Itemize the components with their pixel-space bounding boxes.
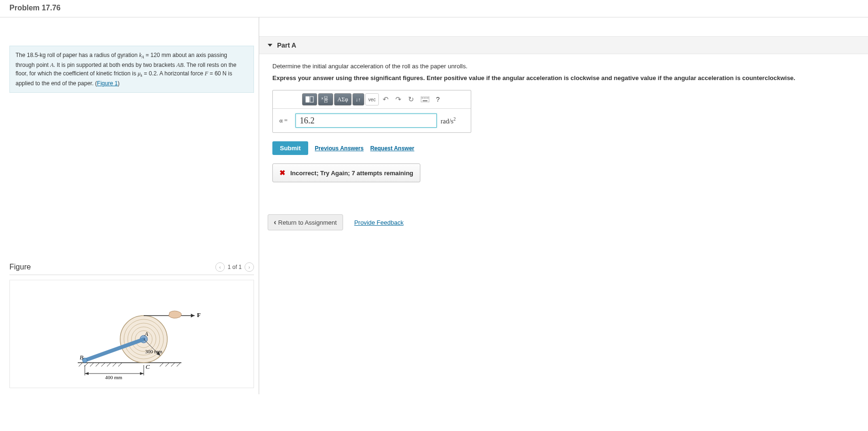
pager-prev-button[interactable]: ‹	[215, 262, 225, 272]
problem-title: Problem 17.76	[9, 4, 859, 12]
sym-F: F	[205, 70, 208, 77]
svg-line-8	[118, 363, 122, 366]
svg-marker-31	[140, 372, 144, 375]
part-header[interactable]: Part A	[259, 36, 868, 54]
fig-label-r: 300 mm	[145, 349, 163, 354]
ptxt6: )	[118, 80, 120, 87]
page-header: Problem 17.76	[0, 0, 868, 17]
svg-rect-33	[310, 97, 313, 102]
help-button[interactable]: ?	[433, 93, 442, 106]
svg-rect-43	[423, 100, 427, 101]
main-layout: The 18.5-kg roll of paper has a radius o…	[0, 17, 868, 394]
svg-rect-39	[422, 98, 423, 98]
svg-line-6	[107, 363, 111, 366]
svg-rect-38	[421, 97, 429, 102]
figure-body[interactable]: B C A F 300 mm 400 mm	[9, 280, 254, 388]
action-row: Submit Previous Answers Request Answer	[272, 141, 855, 155]
figure-title: Figure	[9, 263, 31, 271]
sym-muk: μk	[138, 70, 142, 77]
answer-toolbar: x ΑΣφ ↓↑ vec ↶ ↷ ↻ ?	[273, 90, 471, 109]
fraction-button[interactable]: x	[318, 93, 333, 106]
sym-A: A	[50, 62, 53, 68]
figure-pager: ‹ 1 of 1 ›	[215, 262, 254, 272]
figure-section: Figure ‹ 1 of 1 ›	[9, 262, 254, 388]
svg-rect-40	[424, 98, 425, 98]
prompt-main: Determine the initial angular accelerati…	[272, 63, 855, 70]
figure-link[interactable]: Figure 1	[97, 80, 118, 87]
previous-answers-link[interactable]: Previous Answers	[315, 145, 364, 152]
bottom-row: Return to Assignment Provide Feedback	[259, 214, 868, 230]
pager-next-button[interactable]: ›	[245, 262, 254, 272]
return-to-assignment-button[interactable]: Return to Assignment	[268, 214, 343, 230]
return-label: Return to Assignment	[278, 219, 336, 226]
keyboard-button[interactable]	[418, 93, 432, 106]
feedback-text: Incorrect; Try Again; 7 attempts remaini…	[290, 170, 413, 177]
request-answer-link[interactable]: Request Answer	[370, 145, 415, 152]
left-pane: The 18.5-kg roll of paper has a radius o…	[0, 17, 259, 394]
svg-line-9	[160, 363, 164, 366]
undo-button[interactable]: ↶	[380, 93, 392, 106]
redo-button[interactable]: ↷	[393, 93, 404, 106]
prompt-instructions: Express your answer using three signific…	[272, 74, 855, 81]
sym-kA: kA	[139, 52, 144, 58]
svg-text:x: x	[321, 96, 323, 100]
svg-line-5	[101, 363, 105, 366]
svg-line-4	[96, 363, 99, 366]
fig-label-A: A	[144, 331, 148, 337]
svg-line-11	[171, 363, 175, 366]
fig-label-d: 400 mm	[105, 374, 123, 380]
fig-label-B: B	[80, 354, 83, 361]
provide-feedback-link[interactable]: Provide Feedback	[354, 219, 404, 226]
caret-down-icon	[268, 44, 272, 47]
incorrect-icon: ✖	[279, 169, 286, 177]
answer-input[interactable]	[295, 114, 437, 128]
fig-label-C: C	[146, 363, 150, 370]
svg-rect-37	[325, 100, 327, 103]
fig-label-F: F	[197, 311, 201, 318]
svg-line-10	[165, 363, 169, 366]
svg-marker-24	[191, 314, 195, 317]
svg-rect-35	[325, 96, 327, 98]
reset-button[interactable]: ↻	[405, 93, 417, 106]
ptxt2: . It is pin supported at both ends by tw…	[54, 62, 177, 68]
answer-row: α = rad/s2	[273, 109, 471, 132]
ptxt0: The 18.5-kg roll of paper has a radius o…	[16, 52, 139, 58]
figure-header: Figure ‹ 1 of 1 ›	[9, 262, 254, 275]
svg-line-7	[113, 363, 116, 366]
answer-unit: rad/s2	[441, 116, 464, 125]
problem-statement: The 18.5-kg roll of paper has a radius o…	[9, 46, 254, 93]
part-body: Determine the initial angular accelerati…	[259, 54, 868, 191]
ptxt4: = 0.2. A horizontal force	[142, 70, 205, 77]
svg-marker-30	[85, 372, 89, 375]
svg-line-3	[90, 363, 94, 366]
svg-line-1	[79, 363, 82, 366]
figure-diagram: B C A F 300 mm 400 mm	[59, 290, 205, 384]
right-pane: Part A Determine the initial angular acc…	[259, 17, 868, 394]
svg-rect-42	[427, 98, 428, 98]
answer-box: x ΑΣφ ↓↑ vec ↶ ↷ ↻ ? α = rad/s2	[272, 90, 471, 133]
sym-AB: AB	[177, 62, 184, 68]
submit-button[interactable]: Submit	[272, 141, 308, 155]
vector-button[interactable]: vec	[365, 93, 379, 106]
svg-rect-32	[306, 97, 309, 102]
template-button[interactable]	[302, 93, 317, 106]
subscript-button[interactable]: ↓↑	[352, 93, 364, 106]
answer-label: α =	[279, 117, 292, 124]
pager-text: 1 of 1	[228, 264, 242, 270]
feedback-box: ✖ Incorrect; Try Again; 7 attempts remai…	[272, 163, 420, 182]
svg-rect-41	[426, 98, 426, 98]
greek-button[interactable]: ΑΣφ	[334, 93, 352, 106]
svg-line-12	[177, 363, 180, 366]
part-title: Part A	[277, 41, 296, 49]
